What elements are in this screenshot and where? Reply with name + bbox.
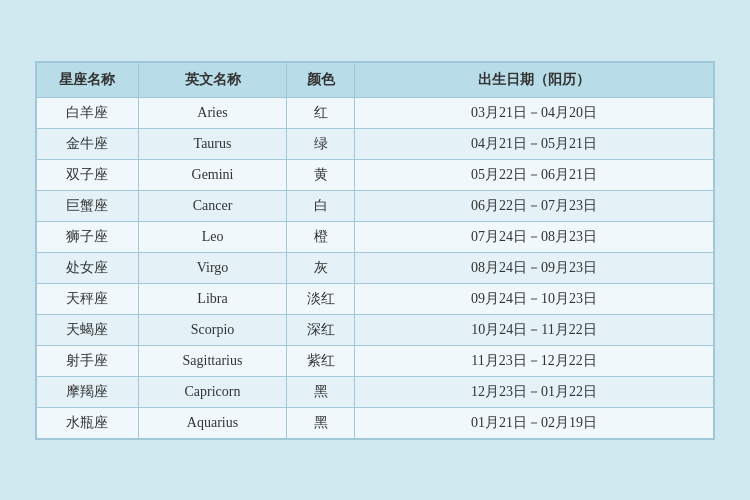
cell-english-name: Gemini: [138, 159, 287, 190]
cell-date: 09月24日－10月23日: [355, 283, 714, 314]
table-row: 摩羯座Capricorn黑12月23日－01月22日: [37, 376, 714, 407]
table-row: 处女座Virgo灰08月24日－09月23日: [37, 252, 714, 283]
table-row: 狮子座Leo橙07月24日－08月23日: [37, 221, 714, 252]
cell-english-name: Capricorn: [138, 376, 287, 407]
header-color: 颜色: [287, 62, 355, 97]
cell-date: 08月24日－09月23日: [355, 252, 714, 283]
cell-date: 04月21日－05月21日: [355, 128, 714, 159]
cell-chinese-name: 水瓶座: [37, 407, 139, 438]
table-row: 金牛座Taurus绿04月21日－05月21日: [37, 128, 714, 159]
cell-date: 07月24日－08月23日: [355, 221, 714, 252]
table-row: 水瓶座Aquarius黑01月21日－02月19日: [37, 407, 714, 438]
cell-date: 03月21日－04月20日: [355, 97, 714, 128]
table-row: 天蝎座Scorpio深红10月24日－11月22日: [37, 314, 714, 345]
cell-date: 12月23日－01月22日: [355, 376, 714, 407]
cell-color: 黑: [287, 376, 355, 407]
cell-date: 01月21日－02月19日: [355, 407, 714, 438]
cell-color: 绿: [287, 128, 355, 159]
zodiac-table-container: 星座名称 英文名称 颜色 出生日期（阳历） 白羊座Aries红03月21日－04…: [35, 61, 715, 440]
cell-color: 深红: [287, 314, 355, 345]
table-row: 双子座Gemini黄05月22日－06月21日: [37, 159, 714, 190]
cell-english-name: Leo: [138, 221, 287, 252]
header-english-name: 英文名称: [138, 62, 287, 97]
table-row: 射手座Sagittarius紫红11月23日－12月22日: [37, 345, 714, 376]
cell-color: 橙: [287, 221, 355, 252]
cell-color: 白: [287, 190, 355, 221]
table-row: 巨蟹座Cancer白06月22日－07月23日: [37, 190, 714, 221]
cell-chinese-name: 天蝎座: [37, 314, 139, 345]
cell-english-name: Scorpio: [138, 314, 287, 345]
cell-english-name: Cancer: [138, 190, 287, 221]
cell-color: 紫红: [287, 345, 355, 376]
cell-chinese-name: 白羊座: [37, 97, 139, 128]
cell-chinese-name: 摩羯座: [37, 376, 139, 407]
cell-chinese-name: 处女座: [37, 252, 139, 283]
cell-color: 淡红: [287, 283, 355, 314]
header-chinese-name: 星座名称: [37, 62, 139, 97]
table-row: 天秤座Libra淡红09月24日－10月23日: [37, 283, 714, 314]
cell-chinese-name: 双子座: [37, 159, 139, 190]
table-header-row: 星座名称 英文名称 颜色 出生日期（阳历）: [37, 62, 714, 97]
cell-color: 黑: [287, 407, 355, 438]
cell-english-name: Aquarius: [138, 407, 287, 438]
cell-date: 11月23日－12月22日: [355, 345, 714, 376]
header-date: 出生日期（阳历）: [355, 62, 714, 97]
cell-english-name: Virgo: [138, 252, 287, 283]
cell-chinese-name: 狮子座: [37, 221, 139, 252]
cell-color: 灰: [287, 252, 355, 283]
cell-english-name: Libra: [138, 283, 287, 314]
cell-color: 红: [287, 97, 355, 128]
cell-color: 黄: [287, 159, 355, 190]
cell-english-name: Taurus: [138, 128, 287, 159]
cell-chinese-name: 巨蟹座: [37, 190, 139, 221]
cell-english-name: Aries: [138, 97, 287, 128]
cell-english-name: Sagittarius: [138, 345, 287, 376]
cell-chinese-name: 射手座: [37, 345, 139, 376]
cell-date: 05月22日－06月21日: [355, 159, 714, 190]
zodiac-table: 星座名称 英文名称 颜色 出生日期（阳历） 白羊座Aries红03月21日－04…: [36, 62, 714, 439]
cell-chinese-name: 金牛座: [37, 128, 139, 159]
cell-date: 06月22日－07月23日: [355, 190, 714, 221]
cell-chinese-name: 天秤座: [37, 283, 139, 314]
table-row: 白羊座Aries红03月21日－04月20日: [37, 97, 714, 128]
cell-date: 10月24日－11月22日: [355, 314, 714, 345]
